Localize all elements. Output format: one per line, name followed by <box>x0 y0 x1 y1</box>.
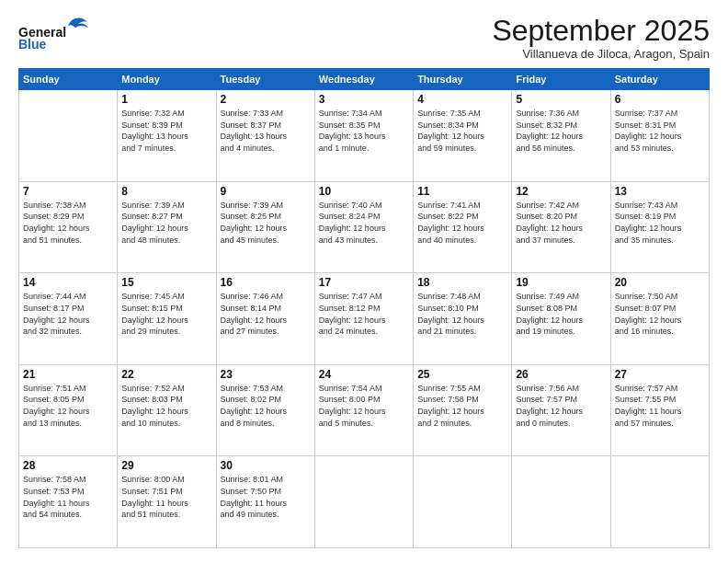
cell-info: Sunrise: 7:55 AM Sunset: 7:58 PM Dayligh… <box>417 383 507 429</box>
location-subtitle: Villanueva de Jiloca, Aragon, Spain <box>492 47 710 61</box>
cell-info: Sunrise: 7:37 AM Sunset: 8:31 PM Dayligh… <box>615 108 705 154</box>
week-row-2: 7Sunrise: 7:38 AM Sunset: 8:29 PM Daylig… <box>19 181 710 273</box>
cell-info: Sunrise: 8:00 AM Sunset: 7:51 PM Dayligh… <box>121 474 211 520</box>
week-row-1: 1Sunrise: 7:32 AM Sunset: 8:39 PM Daylig… <box>19 90 710 182</box>
cell-info: Sunrise: 7:51 AM Sunset: 8:05 PM Dayligh… <box>23 383 113 429</box>
cell-day-number: 24 <box>319 368 409 381</box>
week-row-5: 28Sunrise: 7:58 AM Sunset: 7:53 PM Dayli… <box>19 456 710 548</box>
table-cell: 1Sunrise: 7:32 AM Sunset: 8:39 PM Daylig… <box>118 90 216 182</box>
table-cell: 22Sunrise: 7:52 AM Sunset: 8:03 PM Dayli… <box>118 364 216 456</box>
cell-day-number: 18 <box>417 276 507 289</box>
table-cell: 13Sunrise: 7:43 AM Sunset: 8:19 PM Dayli… <box>610 181 709 273</box>
col-tuesday: Tuesday <box>216 69 314 90</box>
cell-day-number: 20 <box>615 276 705 289</box>
cell-info: Sunrise: 7:58 AM Sunset: 7:53 PM Dayligh… <box>23 474 113 520</box>
cell-info: Sunrise: 7:38 AM Sunset: 8:29 PM Dayligh… <box>23 200 113 246</box>
table-cell: 28Sunrise: 7:58 AM Sunset: 7:53 PM Dayli… <box>19 456 118 548</box>
cell-day-number: 23 <box>221 368 311 381</box>
table-cell: 3Sunrise: 7:34 AM Sunset: 8:35 PM Daylig… <box>314 90 413 182</box>
table-cell: 16Sunrise: 7:46 AM Sunset: 8:14 PM Dayli… <box>216 273 314 365</box>
logo-block: General Blue <box>18 15 92 53</box>
cell-info: Sunrise: 7:42 AM Sunset: 8:20 PM Dayligh… <box>516 200 606 246</box>
cell-day-number: 29 <box>121 459 211 472</box>
cell-info: Sunrise: 7:41 AM Sunset: 8:22 PM Dayligh… <box>417 200 507 246</box>
table-cell: 23Sunrise: 7:53 AM Sunset: 8:02 PM Dayli… <box>216 364 314 456</box>
cell-day-number: 6 <box>615 93 705 106</box>
table-cell: 21Sunrise: 7:51 AM Sunset: 8:05 PM Dayli… <box>19 364 118 456</box>
cell-day-number: 21 <box>23 368 113 381</box>
cell-day-number: 9 <box>221 185 311 198</box>
cell-day-number: 1 <box>121 93 211 106</box>
cell-day-number: 25 <box>417 368 507 381</box>
cell-info: Sunrise: 7:57 AM Sunset: 7:55 PM Dayligh… <box>615 383 705 429</box>
table-cell <box>512 456 610 548</box>
table-cell: 11Sunrise: 7:41 AM Sunset: 8:22 PM Dayli… <box>414 181 512 273</box>
table-cell: 9Sunrise: 7:39 AM Sunset: 8:25 PM Daylig… <box>216 181 314 273</box>
table-cell: 6Sunrise: 7:37 AM Sunset: 8:31 PM Daylig… <box>610 90 709 182</box>
cell-info: Sunrise: 7:56 AM Sunset: 7:57 PM Dayligh… <box>516 383 606 429</box>
table-cell: 19Sunrise: 7:49 AM Sunset: 8:08 PM Dayli… <box>512 273 610 365</box>
page: General Blue September 2025 Villanueva d… <box>0 0 728 563</box>
cell-info: Sunrise: 7:44 AM Sunset: 8:17 PM Dayligh… <box>23 291 113 337</box>
cell-day-number: 4 <box>417 93 507 106</box>
cell-info: Sunrise: 7:53 AM Sunset: 8:02 PM Dayligh… <box>221 383 311 429</box>
cell-day-number: 10 <box>319 185 409 198</box>
logo: General Blue <box>18 15 92 53</box>
cell-info: Sunrise: 7:40 AM Sunset: 8:24 PM Dayligh… <box>319 200 409 246</box>
cell-info: Sunrise: 7:48 AM Sunset: 8:10 PM Dayligh… <box>417 291 507 337</box>
cell-day-number: 14 <box>23 276 113 289</box>
cell-day-number: 28 <box>23 459 113 472</box>
cell-info: Sunrise: 7:34 AM Sunset: 8:35 PM Dayligh… <box>319 108 409 154</box>
cell-info: Sunrise: 7:39 AM Sunset: 8:25 PM Dayligh… <box>221 200 311 246</box>
table-cell: 25Sunrise: 7:55 AM Sunset: 7:58 PM Dayli… <box>414 364 512 456</box>
table-cell: 12Sunrise: 7:42 AM Sunset: 8:20 PM Dayli… <box>512 181 610 273</box>
week-row-4: 21Sunrise: 7:51 AM Sunset: 8:05 PM Dayli… <box>19 364 710 456</box>
table-cell: 17Sunrise: 7:47 AM Sunset: 8:12 PM Dayli… <box>314 273 413 365</box>
table-cell <box>414 456 512 548</box>
header: General Blue September 2025 Villanueva d… <box>18 15 710 61</box>
col-thursday: Thursday <box>414 69 512 90</box>
table-cell: 10Sunrise: 7:40 AM Sunset: 8:24 PM Dayli… <box>314 181 413 273</box>
month-title: September 2025 <box>492 15 710 47</box>
cell-info: Sunrise: 7:52 AM Sunset: 8:03 PM Dayligh… <box>121 383 211 429</box>
cell-day-number: 16 <box>221 276 311 289</box>
table-cell: 2Sunrise: 7:33 AM Sunset: 8:37 PM Daylig… <box>216 90 314 182</box>
table-cell: 29Sunrise: 8:00 AM Sunset: 7:51 PM Dayli… <box>118 456 216 548</box>
cell-day-number: 5 <box>516 93 606 106</box>
logo-svg: General Blue <box>18 15 92 50</box>
cell-info: Sunrise: 7:35 AM Sunset: 8:34 PM Dayligh… <box>417 108 507 154</box>
cell-day-number: 19 <box>516 276 606 289</box>
cell-day-number: 26 <box>516 368 606 381</box>
cell-day-number: 27 <box>615 368 705 381</box>
table-cell <box>19 90 118 182</box>
table-cell: 8Sunrise: 7:39 AM Sunset: 8:27 PM Daylig… <box>118 181 216 273</box>
title-block: September 2025 Villanueva de Jiloca, Ara… <box>492 15 710 61</box>
cell-info: Sunrise: 7:46 AM Sunset: 8:14 PM Dayligh… <box>221 291 311 337</box>
table-cell: 5Sunrise: 7:36 AM Sunset: 8:32 PM Daylig… <box>512 90 610 182</box>
table-cell: 27Sunrise: 7:57 AM Sunset: 7:55 PM Dayli… <box>610 364 709 456</box>
calendar-table: Sunday Monday Tuesday Wednesday Thursday… <box>18 68 710 548</box>
table-cell: 15Sunrise: 7:45 AM Sunset: 8:15 PM Dayli… <box>118 273 216 365</box>
col-sunday: Sunday <box>19 69 118 90</box>
col-wednesday: Wednesday <box>314 69 413 90</box>
table-cell <box>610 456 709 548</box>
cell-day-number: 13 <box>615 185 705 198</box>
cell-day-number: 7 <box>23 185 113 198</box>
cell-info: Sunrise: 7:47 AM Sunset: 8:12 PM Dayligh… <box>319 291 409 337</box>
cell-day-number: 11 <box>417 185 507 198</box>
cell-info: Sunrise: 7:43 AM Sunset: 8:19 PM Dayligh… <box>615 200 705 246</box>
week-row-3: 14Sunrise: 7:44 AM Sunset: 8:17 PM Dayli… <box>19 273 710 365</box>
cell-day-number: 8 <box>121 185 211 198</box>
table-cell: 26Sunrise: 7:56 AM Sunset: 7:57 PM Dayli… <box>512 364 610 456</box>
table-cell: 18Sunrise: 7:48 AM Sunset: 8:10 PM Dayli… <box>414 273 512 365</box>
col-saturday: Saturday <box>610 69 709 90</box>
cell-day-number: 3 <box>319 93 409 106</box>
cell-day-number: 30 <box>221 459 311 472</box>
table-cell: 4Sunrise: 7:35 AM Sunset: 8:34 PM Daylig… <box>414 90 512 182</box>
col-monday: Monday <box>118 69 216 90</box>
cell-day-number: 12 <box>516 185 606 198</box>
table-cell: 7Sunrise: 7:38 AM Sunset: 8:29 PM Daylig… <box>19 181 118 273</box>
cell-info: Sunrise: 7:36 AM Sunset: 8:32 PM Dayligh… <box>516 108 606 154</box>
table-cell: 20Sunrise: 7:50 AM Sunset: 8:07 PM Dayli… <box>610 273 709 365</box>
cell-info: Sunrise: 8:01 AM Sunset: 7:50 PM Dayligh… <box>221 474 311 520</box>
